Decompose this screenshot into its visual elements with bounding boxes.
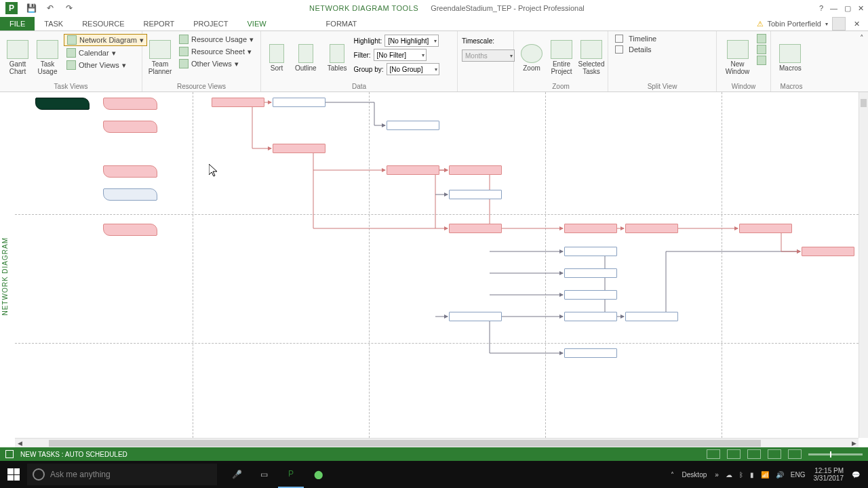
- task-node[interactable]: [273, 144, 326, 153]
- task-node[interactable]: [564, 348, 617, 358]
- document-title: GreendaleStadium_TEP - Project Professio…: [431, 4, 585, 12]
- tray-chevron-icon[interactable]: ˄: [668, 471, 677, 479]
- file-tab[interactable]: FILE: [0, 17, 35, 30]
- task-node[interactable]: [625, 312, 678, 321]
- collapse-ribbon-icon[interactable]: ˄: [856, 31, 868, 92]
- start-button[interactable]: [0, 461, 27, 488]
- new-window-button[interactable]: New Window: [721, 34, 754, 81]
- entire-project-button[interactable]: Entire Project: [548, 34, 575, 81]
- task-node[interactable]: [564, 268, 617, 278]
- vertical-scrollbar[interactable]: [859, 92, 868, 438]
- calendar-button[interactable]: Calendar ▾: [64, 47, 147, 58]
- macros-button[interactable]: Macros: [775, 34, 806, 81]
- task-node[interactable]: [564, 312, 617, 321]
- help-icon[interactable]: ?: [819, 4, 823, 13]
- task-node[interactable]: [625, 224, 678, 233]
- outline-button[interactable]: Outline: [291, 34, 321, 81]
- task-node[interactable]: [103, 165, 157, 178]
- timeline-check[interactable]: Timeline: [612, 34, 659, 43]
- team-planner-button[interactable]: Team Planner: [146, 34, 174, 81]
- tab-format[interactable]: FORMAT: [317, 17, 367, 30]
- close-icon[interactable]: ✕: [858, 4, 864, 13]
- network-diagram-canvas[interactable]: [15, 92, 859, 438]
- tray-onedrive-icon[interactable]: ☁: [723, 471, 735, 479]
- user-name[interactable]: Tobin Porterfield: [768, 20, 822, 28]
- user-dropdown-icon[interactable]: ▾: [825, 21, 828, 27]
- sort-button[interactable]: Sort: [265, 34, 288, 81]
- user-avatar[interactable]: [832, 17, 846, 30]
- tab-project[interactable]: PROJECT: [184, 17, 237, 30]
- tray-battery-icon[interactable]: ▮: [747, 471, 757, 479]
- task-node[interactable]: [449, 190, 502, 199]
- tab-report[interactable]: REPORT: [134, 17, 184, 30]
- hide-icon[interactable]: [757, 45, 766, 54]
- other-views-1-button[interactable]: Other Views ▾: [64, 60, 147, 70]
- task-node[interactable]: [273, 98, 326, 107]
- highlight-combo[interactable]: [No Highlight]: [384, 35, 439, 47]
- task-node[interactable]: [564, 247, 617, 256]
- task-node[interactable]: [103, 98, 157, 110]
- filter-combo[interactable]: [No Filter]: [374, 49, 427, 61]
- task-node[interactable]: [739, 224, 792, 233]
- task-node[interactable]: [387, 165, 439, 175]
- task-node[interactable]: [103, 224, 157, 236]
- taskbar-project-icon[interactable]: P: [278, 461, 304, 488]
- group-window: Window: [721, 81, 766, 90]
- tab-resource[interactable]: RESOURCE: [73, 17, 134, 30]
- minimize-icon[interactable]: —: [830, 4, 837, 13]
- resource-sheet-button[interactable]: Resource Sheet ▾: [176, 46, 256, 57]
- status-mode-icon[interactable]: [5, 450, 14, 458]
- tab-view[interactable]: VIEW: [237, 17, 275, 30]
- view-report-icon[interactable]: [788, 449, 802, 459]
- tray-volume-icon[interactable]: 🔊: [773, 471, 787, 479]
- tray-bluetooth-icon[interactable]: ᛒ: [736, 471, 746, 479]
- task-view-icon[interactable]: ▭: [251, 461, 277, 488]
- view-resource-sheet-icon[interactable]: [768, 449, 781, 459]
- other-views-2-button[interactable]: Other Views ▾: [176, 58, 256, 69]
- task-node[interactable]: [212, 98, 264, 107]
- close-ribbon-icon[interactable]: ✕: [850, 20, 864, 28]
- search-box[interactable]: Ask me anything: [27, 464, 217, 485]
- maximize-icon[interactable]: ▢: [844, 4, 851, 13]
- view-team-planner-icon[interactable]: [747, 449, 761, 459]
- horizontal-scrollbar[interactable]: ◀▶: [15, 438, 859, 447]
- switch-icon[interactable]: [757, 56, 766, 65]
- save-icon[interactable]: 💾: [26, 3, 37, 14]
- resource-usage-button[interactable]: Resource Usage ▾: [176, 34, 256, 45]
- tray-lang[interactable]: ENG: [788, 471, 808, 479]
- tray-notifications-icon[interactable]: 💬: [849, 471, 863, 479]
- view-gantt-icon[interactable]: [707, 449, 720, 459]
- tray-network-icon[interactable]: 📶: [758, 471, 772, 479]
- undo-icon[interactable]: ↶: [45, 3, 56, 14]
- task-node[interactable]: [103, 121, 157, 133]
- task-node[interactable]: [802, 247, 854, 256]
- groupby-combo[interactable]: [No Group]: [387, 63, 439, 75]
- desktop-toolbar[interactable]: Desktop: [678, 471, 711, 479]
- task-node[interactable]: [564, 290, 617, 300]
- tray-clock[interactable]: 12:15 PM3/31/2017: [810, 467, 848, 482]
- task-node[interactable]: [103, 188, 157, 201]
- gantt-chart-button[interactable]: Gantt Chart: [4, 34, 31, 81]
- arrange-icon[interactable]: [757, 34, 766, 43]
- zoom-button[interactable]: Zoom: [518, 34, 545, 81]
- task-node[interactable]: [449, 165, 502, 175]
- zoom-slider[interactable]: [808, 453, 863, 455]
- task-node[interactable]: [35, 98, 90, 110]
- task-node[interactable]: [564, 224, 617, 233]
- redo-icon[interactable]: ↷: [64, 3, 75, 14]
- task-node[interactable]: [387, 121, 439, 130]
- group-split-view: Split View: [612, 81, 712, 90]
- view-task-usage-icon[interactable]: [727, 449, 741, 459]
- tab-task[interactable]: TASK: [35, 17, 73, 30]
- network-diagram-button[interactable]: Network Diagram ▾: [64, 34, 147, 46]
- details-check[interactable]: Details: [612, 45, 659, 54]
- mic-icon[interactable]: 🎤: [224, 461, 250, 488]
- task-node[interactable]: [449, 312, 502, 321]
- selected-tasks-button[interactable]: Selected Tasks: [578, 34, 605, 81]
- task-usage-button[interactable]: Task Usage: [34, 34, 61, 81]
- timescale-label: Timescale:: [462, 37, 494, 45]
- task-node[interactable]: [449, 224, 502, 233]
- taskbar-app-icon[interactable]: ⬤: [305, 461, 331, 488]
- tables-button[interactable]: Tables: [323, 34, 351, 81]
- tray-chevron-2-icon[interactable]: »: [712, 471, 722, 479]
